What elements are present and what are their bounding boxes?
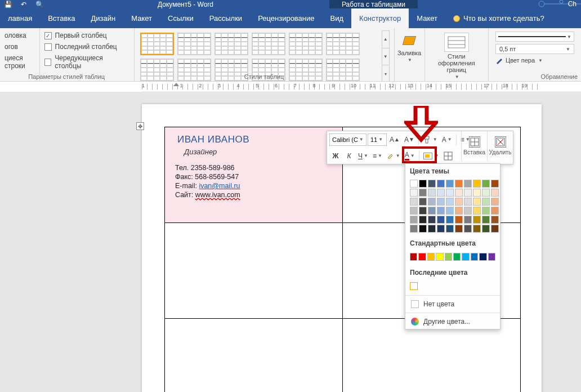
table-cell-1-1[interactable]: ИВАН ИВАНОВ Дизайнер Тел. 2358-589-986 Ф… — [165, 127, 343, 223]
standard-color-swatch[interactable] — [453, 253, 461, 261]
save-icon[interactable]: 💾 — [2, 0, 14, 8]
font-family-input[interactable]: Calibri (С▼ — [329, 133, 367, 146]
standard-color-swatch[interactable] — [427, 253, 435, 261]
theme-color-swatch[interactable] — [428, 180, 436, 188]
theme-color-swatch[interactable] — [419, 189, 427, 197]
theme-color-swatch[interactable] — [464, 225, 472, 233]
theme-color-swatch[interactable] — [464, 198, 472, 206]
theme-color-swatch[interactable] — [482, 207, 490, 215]
theme-color-swatch[interactable] — [482, 180, 490, 188]
underline-button[interactable]: Ч▼ — [356, 149, 370, 163]
tab-design[interactable]: Дизайн — [83, 8, 124, 28]
table-move-handle-icon[interactable]: ✥ — [136, 122, 144, 130]
italic-button[interactable]: К — [343, 149, 355, 163]
theme-color-swatch[interactable] — [419, 198, 427, 206]
border-styles-button[interactable]: Стили оформления границ ▼ — [430, 30, 484, 82]
standard-color-swatch[interactable] — [488, 253, 495, 261]
theme-color-swatch[interactable] — [428, 225, 436, 233]
theme-color-swatch[interactable] — [473, 207, 481, 215]
standard-color-swatch[interactable] — [436, 253, 443, 261]
font-size-input[interactable]: 11▼ — [368, 133, 387, 146]
tab-table-design[interactable]: Конструктор — [351, 8, 409, 28]
theme-color-swatch[interactable] — [437, 198, 445, 206]
align-button[interactable]: ≡▼ — [371, 149, 384, 163]
shading-button[interactable]: Заливка ▼ — [399, 30, 420, 65]
theme-color-swatch[interactable] — [410, 216, 418, 224]
chk-banded-columns[interactable]: Чередующиеся столбцы — [44, 54, 129, 70]
mini-delete-button[interactable]: Удалить — [487, 131, 513, 161]
chk-total-row[interactable]: огов — [5, 43, 35, 51]
theme-color-swatch[interactable] — [410, 198, 418, 206]
theme-color-swatch[interactable] — [473, 198, 481, 206]
theme-color-swatch[interactable] — [491, 207, 499, 215]
tab-insert[interactable]: Вставка — [40, 8, 83, 28]
theme-color-swatch[interactable] — [473, 216, 481, 224]
theme-color-swatch[interactable] — [437, 216, 445, 224]
table-cell-3-2[interactable] — [343, 319, 521, 393]
theme-color-swatch[interactable] — [455, 216, 463, 224]
theme-color-swatch[interactable] — [428, 216, 436, 224]
theme-color-swatch[interactable] — [455, 180, 463, 188]
styles-button[interactable]: A▼ — [440, 133, 454, 146]
recent-color-swatch[interactable] — [410, 282, 418, 290]
theme-color-swatch[interactable] — [491, 198, 499, 206]
chevron-up-icon[interactable]: ▲ — [382, 31, 389, 48]
theme-color-swatch[interactable] — [428, 207, 436, 215]
theme-color-swatch[interactable] — [419, 216, 427, 224]
theme-color-swatch[interactable] — [410, 207, 418, 215]
tab-references[interactable]: Ссылки — [160, 8, 202, 28]
tab-home[interactable]: лавная — [0, 8, 40, 28]
theme-color-swatch[interactable] — [491, 216, 499, 224]
standard-color-swatch[interactable] — [410, 253, 417, 261]
theme-color-swatch[interactable] — [419, 225, 427, 233]
tab-review[interactable]: Рецензирование — [250, 8, 322, 28]
table-style-thumb[interactable] — [177, 33, 211, 55]
standard-color-swatch[interactable] — [462, 253, 469, 261]
chevron-down-icon[interactable]: ▼ — [382, 48, 389, 66]
theme-color-swatch[interactable] — [446, 198, 454, 206]
theme-color-swatch[interactable] — [437, 225, 445, 233]
theme-color-swatch[interactable] — [446, 225, 454, 233]
standard-color-swatch[interactable] — [471, 253, 478, 261]
grow-font-button[interactable]: A▲ — [388, 133, 401, 146]
mini-insert-button[interactable]: Вставка — [461, 131, 487, 161]
theme-color-swatch[interactable] — [446, 180, 454, 188]
table-style-thumb[interactable] — [326, 33, 360, 55]
undo-icon[interactable]: ↶ — [18, 0, 29, 8]
theme-color-swatch[interactable] — [419, 207, 427, 215]
theme-color-swatch[interactable] — [482, 225, 490, 233]
theme-color-swatch[interactable] — [410, 225, 418, 233]
table-style-thumb[interactable] — [140, 33, 174, 55]
table-style-thumb[interactable] — [289, 33, 323, 55]
theme-color-swatch[interactable] — [428, 198, 436, 206]
chk-banded-rows[interactable]: циеся строки — [5, 54, 35, 70]
bold-button[interactable]: Ж — [329, 149, 342, 163]
standard-color-swatch[interactable] — [479, 253, 486, 261]
print-preview-icon[interactable]: 🔍 — [34, 0, 45, 8]
theme-color-swatch[interactable] — [491, 225, 499, 233]
theme-color-swatch[interactable] — [419, 180, 427, 188]
border-line-width[interactable]: 0,5 пт▼ — [495, 44, 574, 54]
theme-color-swatch[interactable] — [437, 180, 445, 188]
table-cell-3-1[interactable] — [165, 319, 343, 393]
theme-color-swatch[interactable] — [455, 225, 463, 233]
theme-color-swatch[interactable] — [446, 207, 454, 215]
border-line-style[interactable]: ▼ — [495, 32, 574, 42]
tab-layout[interactable]: Макет — [123, 8, 160, 28]
theme-color-swatch[interactable] — [446, 216, 454, 224]
theme-color-swatch[interactable] — [455, 198, 463, 206]
theme-color-swatch[interactable] — [428, 189, 436, 197]
email-link[interactable]: ivan@mail.ru — [199, 182, 240, 190]
theme-color-swatch[interactable] — [446, 189, 454, 197]
tab-table-layout[interactable]: Макет — [409, 8, 445, 28]
theme-color-swatch[interactable] — [491, 180, 499, 188]
chk-first-column[interactable]: ✓Первый столбец — [44, 32, 129, 39]
theme-color-swatch[interactable] — [437, 207, 445, 215]
table-cell-2-1[interactable] — [165, 223, 343, 319]
borders-button[interactable] — [442, 149, 454, 163]
no-color-item[interactable]: Нет цвета — [405, 297, 500, 311]
theme-color-swatch[interactable] — [455, 207, 463, 215]
horizontal-ruler[interactable]: 1123456789101112131415171819 — [142, 82, 581, 92]
more-colors-item[interactable]: Другие цвета... — [405, 314, 500, 329]
standard-color-swatch[interactable] — [418, 253, 426, 261]
